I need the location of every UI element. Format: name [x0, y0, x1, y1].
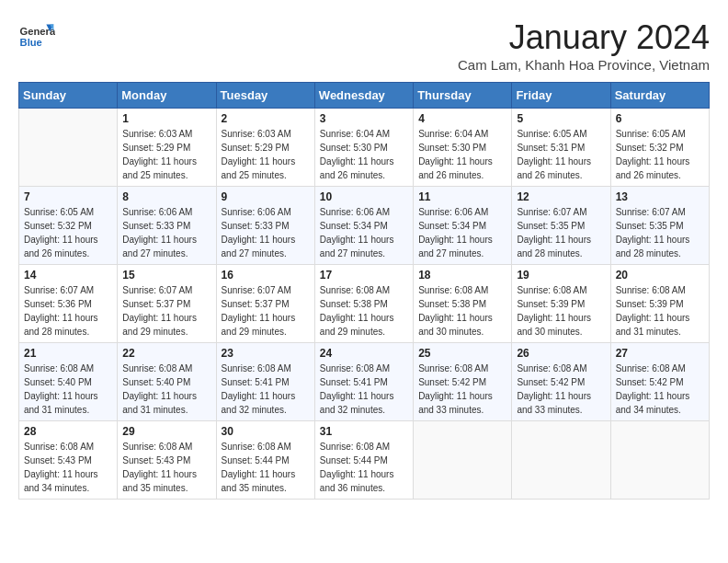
day-number: 6 — [616, 112, 704, 125]
day-number: 10 — [320, 190, 408, 203]
day-number: 7 — [24, 190, 112, 203]
calendar-cell — [512, 421, 610, 500]
calendar-cell: 11Sunrise: 6:06 AMSunset: 5:34 PMDayligh… — [414, 187, 512, 265]
day-number: 11 — [418, 190, 506, 203]
day-info: Sunrise: 6:08 AMSunset: 5:40 PMDaylight:… — [122, 362, 210, 417]
day-info: Sunrise: 6:04 AMSunset: 5:30 PMDaylight:… — [320, 127, 408, 182]
calendar-cell: 1Sunrise: 6:03 AMSunset: 5:29 PMDaylight… — [118, 109, 216, 187]
day-number: 25 — [418, 347, 506, 360]
day-number: 28 — [24, 425, 112, 438]
day-number: 1 — [122, 112, 210, 125]
day-info: Sunrise: 6:07 AMSunset: 5:36 PMDaylight:… — [24, 283, 112, 339]
day-number: 8 — [122, 190, 210, 203]
day-number: 26 — [517, 347, 605, 360]
day-info: Sunrise: 6:08 AMSunset: 5:44 PMDaylight:… — [320, 440, 408, 495]
calendar-cell: 2Sunrise: 6:03 AMSunset: 5:29 PMDaylight… — [216, 109, 314, 187]
day-number: 31 — [320, 425, 408, 438]
logo: General Blue — [18, 18, 55, 55]
day-info: Sunrise: 6:07 AMSunset: 5:37 PMDaylight:… — [222, 283, 310, 339]
title-block: January 2024 Cam Lam, Khanh Hoa Province… — [458, 18, 710, 73]
calendar-cell: 22Sunrise: 6:08 AMSunset: 5:40 PMDayligh… — [118, 343, 216, 421]
calendar-week-row: 21Sunrise: 6:08 AMSunset: 5:40 PMDayligh… — [19, 343, 710, 421]
calendar-cell: 20Sunrise: 6:08 AMSunset: 5:39 PMDayligh… — [610, 265, 709, 343]
day-number: 18 — [418, 269, 506, 282]
calendar-cell: 19Sunrise: 6:08 AMSunset: 5:39 PMDayligh… — [512, 265, 610, 343]
day-number: 4 — [418, 112, 506, 125]
day-number: 3 — [320, 112, 408, 125]
calendar-cell: 16Sunrise: 6:07 AMSunset: 5:37 PMDayligh… — [216, 265, 314, 343]
calendar-cell: 3Sunrise: 6:04 AMSunset: 5:30 PMDaylight… — [314, 109, 413, 187]
col-tuesday: Tuesday — [216, 83, 314, 109]
day-info: Sunrise: 6:06 AMSunset: 5:33 PMDaylight:… — [222, 205, 310, 260]
day-info: Sunrise: 6:08 AMSunset: 5:38 PMDaylight:… — [418, 283, 506, 339]
calendar-cell: 5Sunrise: 6:05 AMSunset: 5:31 PMDaylight… — [512, 109, 610, 187]
calendar-cell: 21Sunrise: 6:08 AMSunset: 5:40 PMDayligh… — [19, 343, 118, 421]
day-number: 21 — [24, 347, 112, 360]
calendar-cell: 18Sunrise: 6:08 AMSunset: 5:38 PMDayligh… — [414, 265, 512, 343]
day-info: Sunrise: 6:08 AMSunset: 5:39 PMDaylight:… — [616, 283, 704, 339]
day-info: Sunrise: 6:08 AMSunset: 5:44 PMDaylight:… — [222, 440, 310, 495]
col-saturday: Saturday — [610, 83, 709, 109]
day-info: Sunrise: 6:03 AMSunset: 5:29 PMDaylight:… — [222, 127, 310, 182]
col-thursday: Thursday — [414, 83, 512, 109]
calendar-cell — [414, 421, 512, 500]
day-number: 20 — [616, 269, 704, 282]
day-info: Sunrise: 6:08 AMSunset: 5:43 PMDaylight:… — [122, 440, 210, 495]
day-number: 22 — [122, 347, 210, 360]
calendar-cell: 25Sunrise: 6:08 AMSunset: 5:42 PMDayligh… — [414, 343, 512, 421]
day-info: Sunrise: 6:05 AMSunset: 5:31 PMDaylight:… — [517, 127, 605, 182]
day-info: Sunrise: 6:08 AMSunset: 5:43 PMDaylight:… — [24, 440, 112, 495]
day-number: 15 — [122, 269, 210, 282]
logo-icon: General Blue — [18, 18, 55, 55]
day-info: Sunrise: 6:07 AMSunset: 5:35 PMDaylight:… — [616, 205, 704, 260]
calendar-cell — [610, 421, 709, 500]
day-info: Sunrise: 6:06 AMSunset: 5:34 PMDaylight:… — [320, 205, 408, 260]
calendar-cell: 24Sunrise: 6:08 AMSunset: 5:41 PMDayligh… — [314, 343, 413, 421]
calendar-cell: 31Sunrise: 6:08 AMSunset: 5:44 PMDayligh… — [314, 421, 413, 500]
day-number: 2 — [222, 112, 310, 125]
day-info: Sunrise: 6:03 AMSunset: 5:29 PMDaylight:… — [122, 127, 210, 182]
calendar-week-row: 14Sunrise: 6:07 AMSunset: 5:36 PMDayligh… — [19, 265, 710, 343]
calendar-cell: 26Sunrise: 6:08 AMSunset: 5:42 PMDayligh… — [512, 343, 610, 421]
day-number: 16 — [222, 269, 310, 282]
col-monday: Monday — [118, 83, 216, 109]
col-wednesday: Wednesday — [314, 83, 413, 109]
calendar-cell: 7Sunrise: 6:05 AMSunset: 5:32 PMDaylight… — [19, 187, 118, 265]
day-number: 23 — [222, 347, 310, 360]
calendar-week-row: 1Sunrise: 6:03 AMSunset: 5:29 PMDaylight… — [19, 109, 710, 187]
calendar-week-row: 28Sunrise: 6:08 AMSunset: 5:43 PMDayligh… — [19, 421, 710, 500]
page-header: General Blue January 2024 Cam Lam, Khanh… — [18, 18, 710, 73]
calendar-cell: 14Sunrise: 6:07 AMSunset: 5:36 PMDayligh… — [19, 265, 118, 343]
day-info: Sunrise: 6:08 AMSunset: 5:39 PMDaylight:… — [517, 283, 605, 339]
calendar-cell: 6Sunrise: 6:05 AMSunset: 5:32 PMDaylight… — [610, 109, 709, 187]
svg-text:Blue: Blue — [20, 37, 42, 48]
calendar-cell: 29Sunrise: 6:08 AMSunset: 5:43 PMDayligh… — [118, 421, 216, 500]
day-info: Sunrise: 6:08 AMSunset: 5:41 PMDaylight:… — [320, 362, 408, 417]
day-number: 9 — [222, 190, 310, 203]
calendar-body: 1Sunrise: 6:03 AMSunset: 5:29 PMDaylight… — [19, 109, 710, 500]
day-info: Sunrise: 6:08 AMSunset: 5:38 PMDaylight:… — [320, 283, 408, 339]
calendar-cell: 23Sunrise: 6:08 AMSunset: 5:41 PMDayligh… — [216, 343, 314, 421]
day-info: Sunrise: 6:07 AMSunset: 5:35 PMDaylight:… — [517, 205, 605, 260]
day-number: 17 — [320, 269, 408, 282]
calendar-cell: 13Sunrise: 6:07 AMSunset: 5:35 PMDayligh… — [610, 187, 709, 265]
day-info: Sunrise: 6:08 AMSunset: 5:42 PMDaylight:… — [517, 362, 605, 417]
calendar-cell: 8Sunrise: 6:06 AMSunset: 5:33 PMDaylight… — [118, 187, 216, 265]
day-number: 13 — [616, 190, 704, 203]
calendar-table: Sunday Monday Tuesday Wednesday Thursday… — [18, 82, 710, 500]
day-number: 29 — [122, 425, 210, 438]
day-number: 24 — [320, 347, 408, 360]
day-info: Sunrise: 6:08 AMSunset: 5:42 PMDaylight:… — [418, 362, 506, 417]
calendar-cell: 15Sunrise: 6:07 AMSunset: 5:37 PMDayligh… — [118, 265, 216, 343]
day-number: 30 — [222, 425, 310, 438]
calendar-cell: 30Sunrise: 6:08 AMSunset: 5:44 PMDayligh… — [216, 421, 314, 500]
day-number: 27 — [616, 347, 704, 360]
day-number: 5 — [517, 112, 605, 125]
month-title: January 2024 — [458, 18, 710, 57]
day-info: Sunrise: 6:08 AMSunset: 5:40 PMDaylight:… — [24, 362, 112, 417]
day-info: Sunrise: 6:08 AMSunset: 5:42 PMDaylight:… — [616, 362, 704, 417]
calendar-cell: 17Sunrise: 6:08 AMSunset: 5:38 PMDayligh… — [314, 265, 413, 343]
calendar-cell: 28Sunrise: 6:08 AMSunset: 5:43 PMDayligh… — [19, 421, 118, 500]
calendar-cell: 10Sunrise: 6:06 AMSunset: 5:34 PMDayligh… — [314, 187, 413, 265]
calendar-cell — [19, 109, 118, 187]
